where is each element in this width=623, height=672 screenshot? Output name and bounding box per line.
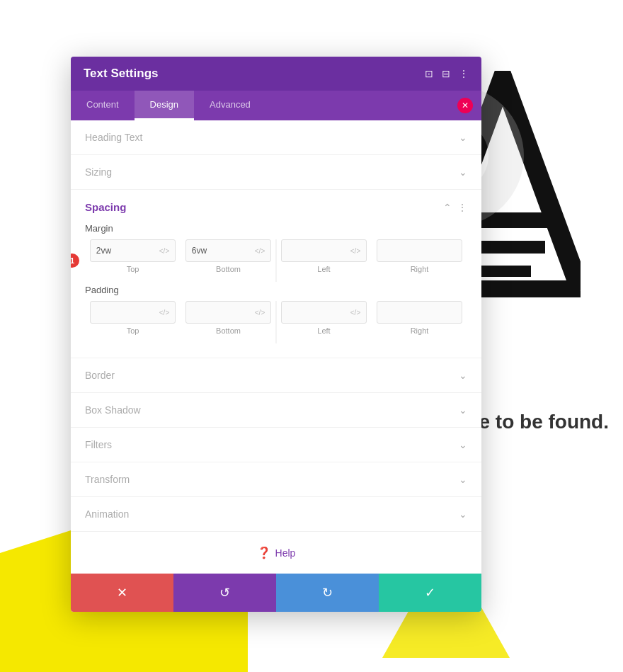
expand-icon[interactable]: ⊡ (425, 68, 433, 79)
margin-left-input[interactable]: </> (281, 239, 367, 262)
cancel-icon: ✕ (117, 585, 127, 600)
padding-field-grid: </> Top </> Bottom </> Left (85, 301, 467, 343)
split-icon[interactable]: ⊟ (442, 68, 450, 79)
sizing-chevron: ⌄ (459, 166, 467, 178)
spacing-header: Spacing ⌃ ⋮ (85, 201, 467, 213)
margin-top-cell: 2vw </> Top (85, 239, 181, 282)
spacing-header-icons: ⌃ ⋮ (443, 202, 467, 213)
padding-top-sublabel: Top (127, 326, 139, 335)
help-label: Help (275, 547, 296, 559)
tab-design[interactable]: Design (135, 91, 194, 120)
heading-text-chevron: ⌄ (459, 132, 467, 143)
padding-bottom-cell: </> Bottom (181, 301, 276, 343)
padding-bottom-sublabel: Bottom (216, 326, 241, 335)
margin-bottom-cell: 6vw </> Bottom (181, 239, 276, 282)
save-button[interactable]: ✓ (379, 574, 481, 612)
section-sizing[interactable]: Sizing ⌄ (71, 155, 481, 190)
tab-advanced[interactable]: Advanced (194, 91, 266, 120)
redo-button[interactable]: ↻ (276, 574, 379, 612)
filters-chevron: ⌄ (459, 439, 467, 450)
modal-body: Heading Text ⌄ Sizing ⌄ Spacing ⌃ ⋮ Marg… (71, 120, 481, 574)
padding-left-cell: </> Left (276, 301, 372, 343)
padding-right-cell: Right (372, 301, 467, 343)
spacing-title: Spacing (85, 201, 126, 213)
section-heading-text[interactable]: Heading Text ⌄ (71, 120, 481, 155)
svg-rect-3 (474, 266, 531, 277)
badge-number: 1 (71, 254, 79, 268)
margin-top-icon: </> (159, 247, 169, 255)
heading-text-label: Heading Text (85, 132, 142, 143)
margin-right-cell: Right (372, 239, 467, 282)
box-shadow-chevron: ⌄ (459, 404, 467, 416)
cancel-button[interactable]: ✕ (71, 574, 173, 612)
spacing-more-icon[interactable]: ⋮ (457, 202, 467, 213)
margin-left-icon: </> (350, 247, 360, 255)
box-shadow-label: Box Shadow (85, 404, 141, 416)
padding-left-input[interactable]: </> (281, 301, 367, 324)
animation-chevron: ⌄ (459, 508, 467, 520)
margin-top-input[interactable]: 2vw </> (90, 239, 176, 262)
help-icon: ❓ (257, 546, 271, 559)
redo-icon: ↻ (322, 585, 333, 600)
padding-label: Padding (85, 285, 467, 295)
modal-header: Text Settings ⊡ ⊟ ⋮ (71, 57, 481, 91)
margin-left-sublabel: Left (317, 265, 330, 273)
padding-top-input[interactable]: </> (90, 301, 176, 324)
border-label: Border (85, 370, 115, 381)
padding-right-input[interactable] (377, 301, 463, 324)
help-row[interactable]: ❓ Help (71, 532, 481, 574)
margin-row: 1 2vw </> Top 6vw </> Bott (85, 239, 467, 282)
text-settings-modal: Text Settings ⊡ ⊟ ⋮ Content Design Advan… (71, 57, 481, 612)
padding-left-icon: </> (350, 309, 360, 317)
section-spacing: Spacing ⌃ ⋮ Margin 1 2vw </> Top (71, 190, 481, 358)
padding-right-sublabel: Right (411, 326, 429, 335)
border-chevron: ⌄ (459, 370, 467, 381)
spacing-collapse-icon[interactable]: ⌃ (443, 202, 452, 213)
margin-bottom-value: 6vw (192, 246, 207, 256)
padding-bottom-input[interactable]: </> (185, 301, 272, 324)
tabs-bar: Content Design Advanced ✕ (71, 91, 481, 120)
undo-icon: ↺ (219, 585, 230, 600)
section-border[interactable]: Border ⌄ (71, 358, 481, 393)
transform-chevron: ⌄ (459, 474, 467, 485)
margin-top-value: 2vw (96, 246, 111, 256)
tab-close-area: ✕ (457, 91, 481, 120)
padding-top-cell: </> Top (85, 301, 181, 343)
section-box-shadow[interactable]: Box Shadow ⌄ (71, 393, 481, 428)
undo-button[interactable]: ↺ (173, 574, 276, 612)
animation-label: Animation (85, 508, 129, 520)
tab-content[interactable]: Content (71, 91, 135, 120)
section-animation[interactable]: Animation ⌄ (71, 497, 481, 532)
transform-label: Transform (85, 474, 130, 485)
modal-title: Text Settings (84, 67, 158, 81)
padding-left-sublabel: Left (317, 326, 330, 335)
margin-left-cell: </> Left (276, 239, 372, 282)
section-filters[interactable]: Filters ⌄ (71, 428, 481, 462)
margin-label: Margin (85, 223, 467, 234)
margin-top-sublabel: Top (127, 265, 139, 273)
modal-footer: ✕ ↺ ↻ ✓ (71, 574, 481, 612)
padding-top-icon: </> (159, 309, 169, 317)
close-button[interactable]: ✕ (457, 98, 473, 113)
padding-bottom-icon: </> (255, 309, 265, 317)
more-icon[interactable]: ⋮ (459, 68, 469, 79)
margin-field-grid: 2vw </> Top 6vw </> Bottom (85, 239, 467, 282)
margin-bottom-icon: </> (255, 247, 265, 255)
filters-label: Filters (85, 439, 112, 450)
section-transform[interactable]: Transform ⌄ (71, 462, 481, 497)
margin-bottom-sublabel: Bottom (216, 265, 241, 273)
margin-right-input[interactable] (377, 239, 463, 262)
save-icon: ✓ (425, 585, 435, 600)
sizing-label: Sizing (85, 166, 112, 178)
margin-bottom-input[interactable]: 6vw </> (185, 239, 272, 262)
margin-right-sublabel: Right (411, 265, 429, 273)
modal-header-actions: ⊡ ⊟ ⋮ (425, 68, 469, 79)
